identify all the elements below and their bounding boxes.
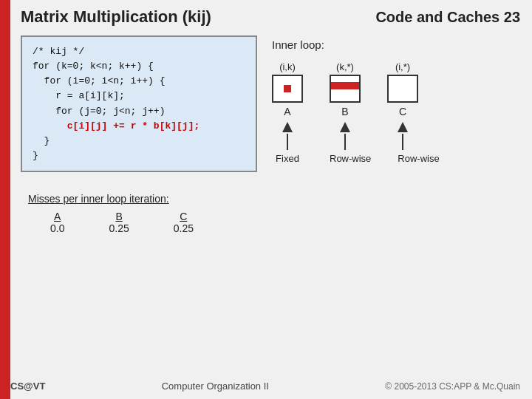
- matrix-c-top-label: (i,*): [395, 61, 410, 72]
- arrow-up-a: [282, 122, 293, 132]
- misses-val-c: 0.25: [174, 222, 194, 234]
- col-label-a: A: [272, 106, 303, 117]
- footer: CS@VT Computer Organization II © 2005-20…: [10, 381, 520, 392]
- arrow-a-container: [272, 122, 303, 150]
- code-line-4: r = a[i][k];: [33, 89, 245, 103]
- code-line-3: for (i=0; i<n; i++) {: [33, 74, 245, 89]
- matrix-c-box: [387, 75, 418, 103]
- access-label-b: Row-wise: [330, 153, 371, 164]
- misses-col-b: B 0.25: [109, 211, 129, 234]
- matrix-b-box: [330, 75, 361, 103]
- matrix-b-stripe: [331, 82, 359, 89]
- code-line-2: for (k=0; k<n; k++) {: [33, 59, 245, 74]
- misses-table: A 0.0 B 0.25 C 0.25: [28, 211, 520, 234]
- misses-label-c: C: [180, 211, 187, 222]
- code-block: /* kij */ for (k=0; k<n; k++) { for (i=0…: [21, 35, 257, 172]
- footer-center: Computer Organization II: [162, 381, 269, 392]
- misses-val-a: 0.0: [50, 222, 64, 234]
- misses-title: Misses per inner loop iteration:: [28, 193, 520, 205]
- main-content: Matrix Multiplication (kij) Code and Cac…: [10, 0, 532, 399]
- arrow-line-c: [402, 134, 403, 150]
- matrix-b-item: (k,*): [330, 61, 361, 103]
- misses-label-b: B: [115, 211, 122, 222]
- matrix-b-top-label: (k,*): [336, 61, 354, 72]
- matrix-a-item: (i,k): [272, 61, 303, 103]
- left-bar: [0, 0, 10, 399]
- misses-col-a: A 0.0: [50, 211, 64, 234]
- matrix-a-box: [272, 75, 303, 103]
- body-row: /* kij */ for (k=0; k<n; k++) { for (i=0…: [21, 35, 520, 172]
- matrix-a-top-label: (i,k): [279, 61, 296, 72]
- access-label-a: Fixed: [272, 153, 303, 164]
- diagram: Inner loop: (i,k) (k,*): [272, 35, 520, 164]
- arrow-up-b: [340, 122, 350, 132]
- misses-col-c: C 0.25: [174, 211, 194, 234]
- arrow-up-c: [398, 122, 408, 132]
- footer-left: CS@VT: [10, 381, 45, 392]
- arrow-line-b: [344, 134, 346, 150]
- arrow-c-container: [387, 122, 418, 150]
- page-title: Matrix Multiplication (kij): [21, 7, 211, 27]
- arrow-line-a: [287, 134, 288, 150]
- matrix-c-item: (i,*): [387, 61, 418, 103]
- arrow-b-container: [330, 122, 361, 150]
- code-line-5: for (j=0; j<n; j++): [33, 104, 245, 119]
- code-line-7: }: [33, 134, 245, 149]
- col-label-b: B: [330, 106, 361, 117]
- code-line-1: /* kij */: [33, 44, 245, 59]
- col-label-c: C: [387, 106, 418, 117]
- misses-section: Misses per inner loop iteration: A 0.0 B…: [21, 193, 520, 234]
- code-highlight: c[i][j] += r * b[k][j];: [67, 120, 200, 132]
- slide-label: Code and Caches 23: [375, 9, 520, 26]
- code-line-6: c[i][j] += r * b[k][j];: [33, 119, 245, 134]
- footer-right: © 2005-2013 CS:APP & Mc.Quain: [385, 381, 520, 392]
- misses-val-b: 0.25: [109, 222, 129, 234]
- inner-loop-label: Inner loop:: [272, 38, 520, 51]
- access-label-c: Row-wise: [398, 153, 439, 164]
- misses-label-a: A: [54, 211, 61, 222]
- matrix-a-cell-marker: [284, 85, 291, 92]
- header: Matrix Multiplication (kij) Code and Cac…: [21, 7, 520, 27]
- code-line-8: }: [33, 149, 245, 163]
